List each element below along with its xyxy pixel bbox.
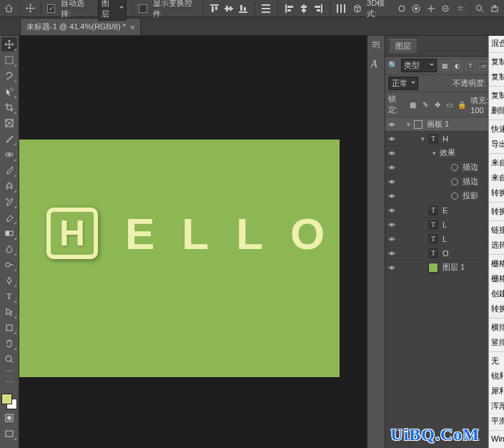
type-tool[interactable]: T [1,289,17,303]
layer-row[interactable]: TE [385,203,504,218]
visibility-toggle[interactable] [385,235,398,243]
history-brush-tool[interactable] [1,195,17,209]
context-menu-item[interactable]: Wind [489,445,504,448]
search-icon[interactable] [475,3,485,14]
context-menu-item[interactable]: 删除 [489,103,504,118]
layer-row[interactable]: TO [385,246,504,260]
show-transform-checkbox[interactable] [139,4,147,13]
frame-tool[interactable] [1,116,17,130]
gradient-tool[interactable] [1,226,17,240]
context-menu-item[interactable]: Wind [489,432,504,445]
share-icon[interactable] [490,3,500,14]
context-menu-item[interactable]: 复制 [489,54,504,69]
layers-tab[interactable]: 图层 [390,39,417,53]
3d-pan-icon[interactable] [426,3,437,14]
path-select-tool[interactable] [1,305,17,319]
layer-row[interactable]: TL [385,232,504,246]
context-menu-item[interactable]: 复制 [489,88,504,103]
context-menu-item[interactable]: 创建 [489,286,504,301]
edit-toolbar[interactable]: ⋯ [1,375,17,389]
document-tab[interactable]: 未标题-1 @ 41.4%(RGB/8) * × [20,18,141,35]
3d-slide-icon[interactable] [440,3,451,14]
expand-chevron[interactable]: ▾ [407,121,414,128]
3d-orbit-icon[interactable] [397,3,407,14]
context-menu-item[interactable]: 栅格 [489,256,504,271]
context-menu-item[interactable]: 平滑 [489,414,504,429]
lock-transparency-icon[interactable]: ▦ [409,100,417,109]
canvas[interactable]: H E L L O [19,36,367,448]
context-menu-item[interactable]: 导出 [489,137,504,152]
brush-tool[interactable] [1,163,17,177]
expand-chevron[interactable]: ▾ [421,135,428,142]
align-bottom-icon[interactable] [237,3,249,14]
filter-shape-icon[interactable]: ▱ [478,61,488,71]
3d-cube-icon[interactable] [352,3,363,14]
lock-artboard-icon[interactable]: ▭ [445,100,453,109]
context-menu-item[interactable]: 选择 [489,238,504,253]
layer-row[interactable]: 描边 [385,160,504,175]
layer-row[interactable]: 图层 1 [385,260,504,275]
filter-kind-dropdown[interactable]: 类型 [401,59,437,72]
align-vcenter-icon[interactable] [223,3,234,14]
align-top-icon[interactable] [209,3,220,14]
context-menu-item[interactable]: 复制 [489,69,504,84]
quick-select-tool[interactable] [1,84,17,99]
layer-row[interactable]: 投影 [385,189,504,203]
filter-pixel-icon[interactable]: ▦ [440,61,450,71]
shape-tool[interactable] [1,321,17,335]
align-right-icon[interactable] [312,3,324,14]
healing-tool[interactable] [1,147,17,162]
lock-all-icon[interactable]: 🔒 [458,100,466,109]
context-menu-item[interactable]: 横排 [489,320,504,335]
home-icon[interactable] [4,4,14,14]
move-tool[interactable] [1,37,17,52]
visibility-toggle[interactable] [385,135,398,143]
auto-select-checkbox[interactable] [47,4,55,13]
3d-scale-icon[interactable]: ☆ [455,3,466,14]
lasso-tool[interactable] [1,69,17,83]
context-menu-item[interactable]: 混合 [489,36,504,51]
eraser-tool[interactable] [1,210,17,225]
zoom-tool[interactable] [1,352,17,366]
filter-type-icon[interactable]: T [465,61,475,71]
distribute-icon[interactable] [261,3,272,14]
context-menu-item[interactable]: 快速 [489,122,504,137]
context-menu-item[interactable]: 转换 [489,185,504,200]
visibility-toggle[interactable] [385,220,398,229]
fill-value[interactable]: 100 [470,106,483,115]
visibility-toggle[interactable] [385,263,398,272]
3d-roll-icon[interactable] [411,3,422,14]
visibility-toggle[interactable] [385,163,398,172]
blend-mode-dropdown[interactable]: 正常 [388,77,418,90]
quick-mask-tool[interactable] [1,411,17,425]
distribute-h-icon[interactable] [336,3,347,14]
color-swatches[interactable] [1,394,17,409]
auto-select-target-dropdown[interactable]: 图层 [98,0,127,21]
character-panel-icon[interactable]: A [370,57,382,70]
layer-row[interactable]: ▾TH [385,132,504,146]
foreground-swatch[interactable] [1,394,12,404]
context-menu-item[interactable]: 转换 [489,204,504,219]
context-menu-item[interactable]: 无 [489,354,504,369]
context-menu-item[interactable]: 链接 [489,223,504,238]
screen-mode-tool[interactable] [1,427,17,441]
marquee-tool[interactable] [1,53,17,67]
visibility-toggle[interactable] [385,249,398,258]
pen-tool[interactable] [1,273,17,288]
letter-e[interactable]: E [125,208,154,259]
visibility-toggle[interactable] [385,149,398,157]
layer-row[interactable]: ▾画板 1 [385,117,504,132]
artboard[interactable]: H E L L O [19,140,340,377]
crop-tool[interactable] [1,100,17,115]
context-menu-item[interactable]: 转换 [489,301,504,316]
lock-position-icon[interactable]: ✥ [433,100,441,109]
context-menu-item[interactable]: 犀利 [489,384,504,399]
layer-row[interactable]: ▾效果 [385,146,504,160]
filter-adjust-icon[interactable]: ◐ [453,61,463,71]
letter-h-frame[interactable]: H [46,208,98,259]
lock-pixels-icon[interactable]: ✎ [421,100,429,109]
context-menu-item[interactable]: 来自 [489,170,504,185]
clone-stamp-tool[interactable] [1,179,17,193]
visibility-toggle[interactable] [385,192,398,200]
context-menu-item[interactable]: 浑厚 [489,399,504,414]
